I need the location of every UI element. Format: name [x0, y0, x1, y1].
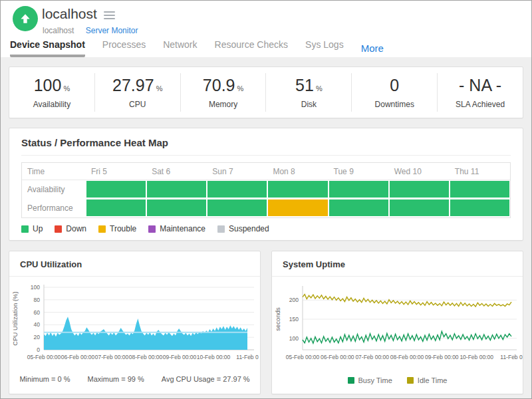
stat-cpu: 27.97% CPU: [94, 73, 180, 112]
heatmap-cell[interactable]: [146, 180, 207, 198]
svg-text:80: 80: [34, 297, 41, 303]
heatmap-col-day: Wed 10: [389, 163, 450, 180]
heatmap-col-day: Fri 5: [86, 163, 146, 180]
suspended-swatch-icon: [217, 225, 225, 233]
legend-suspended: Suspended: [217, 224, 269, 233]
heatmap-row-label-performance: Performance: [22, 199, 86, 217]
heatmap-cell[interactable]: [86, 199, 146, 217]
heatmap-cell[interactable]: [389, 180, 450, 198]
legend-trouble: Trouble: [98, 224, 136, 233]
svg-text:05-Feb 00:00: 05-Feb 00:00: [286, 354, 320, 360]
heatmap-col-day: Sun 7: [207, 163, 267, 180]
heatmap-title: Status / Performance Heat Map: [21, 137, 511, 148]
page-title: localhost: [42, 6, 97, 22]
legend-maintenance: Maintenance: [148, 224, 205, 233]
availability-value: 100: [34, 76, 62, 94]
cpu-utilization-card: CPU Utilization 02040608010005-Feb 00:00…: [9, 251, 261, 394]
heatmap-cell[interactable]: [267, 199, 328, 217]
header: localhost localhost Server Monitor Devic…: [1, 1, 531, 57]
svg-text:11-Feb 0: 11-Feb 0: [500, 354, 523, 360]
stat-availability: 100% Availability: [9, 73, 94, 112]
svg-text:06-Feb 00:00: 06-Feb 00:00: [61, 354, 95, 360]
heatmap-cell[interactable]: [389, 199, 450, 217]
stat-memory: 70.9% Memory: [180, 73, 266, 112]
svg-text:08-Feb 00:00: 08-Feb 00:00: [129, 354, 163, 360]
summary-stats-strip: 100% Availability 27.97% CPU 70.9% Memor…: [9, 66, 523, 118]
tab-more[interactable]: More: [361, 43, 384, 57]
heatmap-section: Status / Performance Heat Map Time Fri 5…: [9, 128, 523, 241]
down-swatch-icon: [55, 225, 62, 233]
legend-up: Up: [21, 224, 43, 233]
heatmap-col-day: Tue 9: [329, 163, 389, 180]
cpu-chart-title: CPU Utilization: [9, 251, 260, 277]
heatmap-col-time: Time: [22, 163, 86, 180]
heatmap-cell[interactable]: [329, 199, 389, 217]
svg-text:10-Feb 00:00: 10-Feb 00:00: [460, 354, 493, 360]
system-uptime-chart: 10015020005-Feb 00:0006-Feb 00:0007-Feb …: [272, 279, 523, 370]
heatmap-cell[interactable]: [267, 180, 328, 198]
svg-text:05-Feb 00:00: 05-Feb 00:00: [27, 354, 61, 360]
breadcrumb: localhost Server Monitor: [43, 26, 138, 35]
stat-sla: - NA - SLA Achieved: [437, 73, 523, 112]
device-status-avatar: [13, 6, 38, 31]
stat-disk: 51% Disk: [265, 73, 351, 112]
memory-value: 70.9: [203, 76, 235, 94]
svg-text:60: 60: [34, 309, 41, 316]
heatmap-cell[interactable]: [207, 180, 267, 198]
heatmap-cell[interactable]: [450, 180, 510, 198]
up-swatch-icon: [21, 225, 29, 233]
tab-resource-checks[interactable]: Resource Checks: [215, 39, 289, 57]
heatmap-col-day: Thu 11: [450, 163, 510, 180]
hamburger-menu-icon[interactable]: [104, 9, 115, 19]
svg-text:0: 0: [37, 346, 40, 353]
svg-text:11-Feb 0: 11-Feb 0: [236, 354, 259, 360]
idle-time-swatch-icon: [407, 377, 414, 384]
svg-text:seconds: seconds: [274, 307, 281, 331]
svg-text:06-Feb 00:00: 06-Feb 00:00: [321, 354, 354, 360]
heatmap-col-day: Mon 8: [267, 163, 328, 180]
stat-downtimes: 0 Downtimes: [351, 73, 437, 112]
svg-text:07-Feb 00:00: 07-Feb 00:00: [355, 354, 389, 360]
svg-text:100: 100: [289, 335, 299, 342]
busy-time-swatch-icon: [348, 377, 354, 384]
svg-text:07-Feb 00:00: 07-Feb 00:00: [95, 354, 129, 360]
svg-text:08-Feb 00:00: 08-Feb 00:00: [390, 354, 424, 360]
breadcrumb-server-monitor-link[interactable]: Server Monitor: [86, 26, 138, 35]
svg-text:09-Feb 00:00: 09-Feb 00:00: [425, 354, 459, 360]
heatmap-cell[interactable]: [86, 180, 146, 198]
svg-text:CPU Utilization (%): CPU Utilization (%): [11, 291, 19, 345]
heatmap-legend: Up Down Trouble Maintenance Suspended: [21, 224, 511, 233]
server-monitor-window: localhost localhost Server Monitor Devic…: [0, 0, 532, 399]
svg-text:200: 200: [289, 297, 299, 303]
tab-network[interactable]: Network: [163, 39, 197, 57]
breadcrumb-host: localhost: [43, 26, 74, 35]
sla-value: - NA -: [459, 76, 501, 94]
heatmap-cell[interactable]: [146, 199, 207, 217]
svg-text:10-Feb 00:00: 10-Feb 00:00: [197, 354, 231, 360]
svg-text:150: 150: [289, 316, 299, 323]
svg-text:100: 100: [31, 284, 40, 291]
svg-text:40: 40: [34, 321, 41, 328]
system-uptime-card: System Uptime 10015020005-Feb 00:0006-Fe…: [271, 251, 523, 394]
trouble-swatch-icon: [98, 225, 106, 233]
cpu-max: Maximum = 99 %: [88, 375, 144, 383]
maintenance-swatch-icon: [148, 225, 156, 233]
legend-idle-time: Idle Time: [407, 376, 448, 384]
cpu-min: Minimum = 0 %: [19, 375, 70, 383]
svg-text:20: 20: [34, 334, 41, 340]
cpu-avg: Avg CPU Usage = 27.97 %: [162, 375, 250, 383]
heatmap-cell[interactable]: [329, 180, 389, 198]
tab-sys-logs[interactable]: Sys Logs: [305, 39, 344, 57]
uptime-chart-title: System Uptime: [272, 251, 523, 277]
cpu-utilization-chart: 02040608010005-Feb 00:0006-Feb 00:0007-F…: [9, 279, 261, 370]
svg-text:09-Feb 00:00: 09-Feb 00:00: [163, 354, 197, 360]
tab-device-snapshot[interactable]: Device Snapshot: [10, 39, 85, 57]
legend-busy-time: Busy Time: [348, 376, 392, 384]
arrow-up-icon: [19, 12, 32, 25]
heatmap-cell[interactable]: [207, 199, 267, 217]
disk-value: 51: [295, 76, 314, 94]
tab-processes[interactable]: Processes: [102, 39, 146, 57]
heatmap-cell[interactable]: [450, 199, 510, 217]
downtimes-value: 0: [390, 76, 399, 94]
tab-bar: Device Snapshot Processes Network Resour…: [10, 39, 384, 57]
